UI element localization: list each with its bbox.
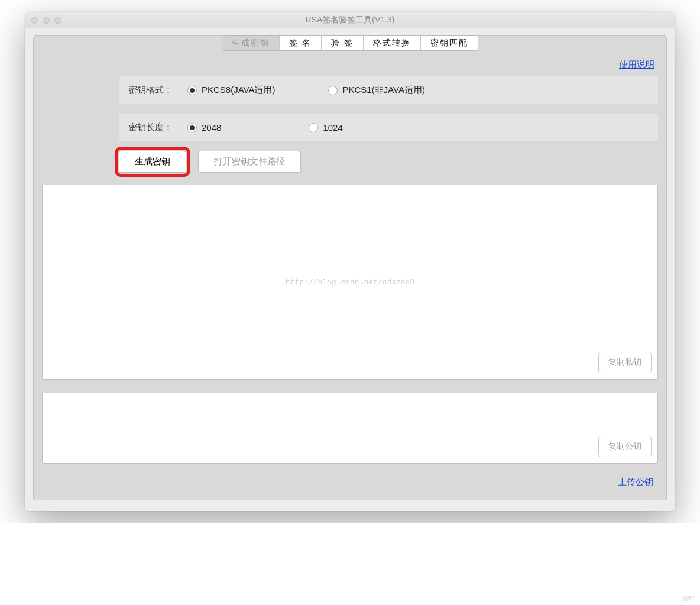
radio-icon	[187, 86, 197, 95]
tab-format-convert[interactable]: 格式转换	[364, 36, 421, 50]
key-length-label: 密钥长度：	[128, 122, 187, 133]
private-key-textarea[interactable]: http://blog.csdn.net/cdszdd8 复制私钥	[42, 185, 658, 380]
tab-generate-key[interactable]: 生成密钥	[222, 36, 280, 50]
radio-icon	[309, 123, 318, 132]
radio-pkcs1[interactable]: PKCS1(非JAVA适用)	[328, 85, 424, 96]
generate-key-button[interactable]: 生成密钥	[119, 151, 186, 173]
window-title: RSA签名验签工具(V1.3)	[25, 15, 675, 25]
key-format-row: 密钥格式： PKCS8(JAVA适用) PKCS1(非JAVA适用)	[119, 76, 658, 104]
radio-icon	[328, 86, 338, 95]
radio-label: PKCS1(非JAVA适用)	[342, 85, 424, 96]
copy-private-button[interactable]: 复制私钥	[598, 352, 652, 373]
titlebar: RSA签名验签工具(V1.3)	[25, 12, 675, 28]
open-key-path-button[interactable]: 打开密钥文件路径	[198, 151, 301, 173]
radio-label: PKCS8(JAVA适用)	[202, 85, 275, 96]
radio-label: 1024	[323, 122, 342, 132]
radio-label: 2048	[202, 122, 221, 132]
key-format-label: 密钥格式：	[128, 85, 187, 96]
maximize-icon[interactable]	[54, 17, 61, 24]
tab-key-match[interactable]: 密钥匹配	[421, 36, 478, 50]
copy-public-button[interactable]: 复制公钥	[598, 436, 652, 457]
watermark-text: http://blog.csdn.net/cdszdd8	[43, 278, 657, 287]
tab-verify[interactable]: 验 签	[322, 36, 364, 50]
key-length-row: 密钥长度： 2048 1024	[119, 114, 658, 141]
app-window: RSA签名验签工具(V1.3) 生成密钥 签 名 验 签 格式转换 密钥匹配 使…	[25, 12, 675, 511]
main-panel: 生成密钥 签 名 验 签 格式转换 密钥匹配 使用说明 密钥格式： PKCS8(	[33, 35, 667, 500]
upload-public-key-link[interactable]: 上传公钥	[618, 477, 653, 488]
help-link[interactable]: 使用说明	[619, 59, 654, 70]
radio-icon	[187, 123, 197, 132]
public-key-textarea[interactable]: 复制公钥	[42, 393, 658, 464]
tab-bar: 生成密钥 签 名 验 签 格式转换 密钥匹配	[42, 35, 658, 51]
window-content: 生成密钥 签 名 验 签 格式转换 密钥匹配 使用说明 密钥格式： PKCS8(	[25, 28, 675, 511]
tab-sign[interactable]: 签 名	[280, 36, 322, 50]
minimize-icon[interactable]	[43, 17, 50, 24]
tab-group: 生成密钥 签 名 验 签 格式转换 密钥匹配	[222, 35, 478, 51]
radio-2048[interactable]: 2048	[187, 122, 221, 132]
traffic-lights	[25, 17, 61, 24]
close-icon[interactable]	[31, 17, 38, 24]
radio-1024[interactable]: 1024	[309, 122, 342, 132]
private-key-label: 商户应用私钥：	[25, 277, 42, 288]
radio-pkcs8[interactable]: PKCS8(JAVA适用)	[187, 85, 275, 96]
public-key-label: 商户应用公钥：	[25, 423, 42, 434]
